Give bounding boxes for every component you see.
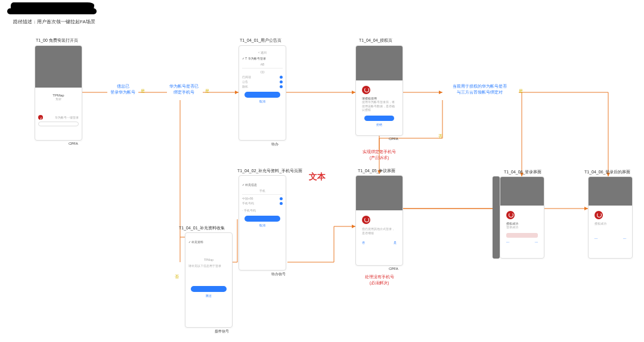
- screen-t1-04-04: 请授权使用 使用华为帐号登录后，将使用该帐号数据，是否确认授权 拒绝: [355, 45, 403, 136]
- check-icon-2: [280, 80, 283, 83]
- alt-login-button[interactable]: [38, 122, 79, 126]
- yes-btn[interactable]: 是: [394, 241, 397, 244]
- text-marker: 文本: [309, 172, 326, 182]
- screen-t1-04-05: 您已使用其他方式登录，是否继续 否 是: [355, 175, 403, 266]
- screen-t1-04-06: 授权成功 登录成功 ⋯ ⋯: [500, 176, 544, 259]
- auth-body: 使用华为帐号登录后，将使用该帐号数据，是否确认授权: [362, 100, 397, 112]
- caption-t1-00: CPFA: [69, 142, 78, 145]
- line-ab: AB: [242, 63, 283, 66]
- opt-phone: 手机号码: [242, 201, 254, 205]
- line-cd: CD: [242, 70, 283, 74]
- cancel-link-2[interactable]: 取消: [242, 223, 283, 227]
- huawei-icon: [362, 216, 370, 224]
- label-t1-04-06b: T1_04_06_登录后的界面: [584, 169, 630, 175]
- label-t1-00: T1_00 免费安装打开页: [36, 38, 78, 43]
- question-q3: 当前用于授权的华为帐号是否 与三方云首领帐号绑定对: [444, 83, 515, 95]
- check-icon: [280, 76, 283, 79]
- label-t1-04-04: T1_04_04_授权页: [359, 38, 392, 43]
- radio-icon-2: [280, 202, 283, 205]
- opt-b2[interactable]: ⋯: [623, 237, 626, 240]
- caption-t1-04-02: 待办信号: [271, 272, 286, 277]
- authorize-button[interactable]: [364, 116, 394, 121]
- caption-t1-04-04: CPFA: [389, 137, 398, 141]
- path-description: 路径描述：用户首次领一键拉起FA场景: [13, 18, 95, 25]
- q3-yes: 是: [519, 88, 523, 94]
- note1: 已阅读: [242, 75, 251, 79]
- caption-t1-04-01b: 授件信号: [215, 329, 229, 334]
- hw-login-text: 华为帐号一键登录: [55, 116, 79, 119]
- label-t1-04-01: T1_04_01_用户公告页: [240, 38, 281, 43]
- opt-country: 中国+86: [242, 197, 253, 200]
- huawei-icon: [506, 211, 515, 219]
- q1-yes: 是: [141, 88, 145, 94]
- huawei-icon: [38, 115, 43, 120]
- label-t1-04-05: T1_04_05_争议界面: [358, 168, 395, 174]
- phone-line: 手机: [242, 189, 283, 192]
- status-bar: [506, 233, 538, 238]
- opt-b[interactable]: ⋯: [535, 240, 538, 244]
- login-body-2: 授权成功: [595, 222, 626, 226]
- cancel-link[interactable]: 取消: [242, 100, 283, 103]
- opt-a2[interactable]: ⋯: [595, 237, 597, 240]
- q2-no: 否: [175, 274, 179, 280]
- label-t1-04-02: T1_04_02_补充号资料_手机号页面: [237, 168, 302, 174]
- dispute-body: 您已使用其他方式登录，是否继续: [362, 227, 397, 235]
- flow-connectors: [0, 0, 644, 342]
- no-btn[interactable]: 否: [362, 241, 365, 244]
- skip-link[interactable]: 跳过: [188, 294, 229, 297]
- screen-t1-04-02: ✓ 补充信息 手机 中国+86 手机号码 · 手机号码 取消: [239, 175, 286, 271]
- screen-t1-04-06b: 授权成功 ⋯ ⋯: [588, 176, 633, 259]
- redaction-scribble-2: [7, 8, 97, 14]
- opt-a[interactable]: ⋯: [506, 240, 509, 244]
- app-sub: 免密: [38, 97, 79, 101]
- question-q1: 信息已 登录华为帐号: [107, 83, 138, 95]
- huawei-icon: [595, 211, 603, 219]
- screen-t1-00: TPMap 免密 华为帐号一键登录: [35, 45, 82, 141]
- question-q2: 华为帐号是否已 绑定手机号: [165, 83, 203, 95]
- confirm-button[interactable]: [244, 216, 280, 222]
- q3-no: 否: [438, 133, 442, 139]
- note-bind-phone: 实现绑定老手机号 (产品诉求): [355, 149, 403, 161]
- label-t1-04-06: T1_04_06_登录界面: [504, 169, 541, 175]
- huawei-icon: [362, 86, 370, 94]
- caption-t1-04-01: 待办: [271, 142, 278, 147]
- rail-left: [493, 176, 500, 259]
- note3: 隐私: [242, 85, 248, 88]
- login-body: 登录成功: [506, 225, 538, 229]
- caption-t1-04-05: CPFA: [389, 267, 398, 271]
- note-no-phone: 处理没有手机号 (必须解决): [355, 274, 403, 286]
- radio-icon: [280, 197, 283, 200]
- svg-marker-23: [439, 91, 442, 94]
- check-icon-3: [280, 85, 283, 88]
- screen-t1-04-01b: ✓ 补充资料 TPMap 请补充以下信息用于登录 跳过: [185, 232, 233, 328]
- agree-button[interactable]: [244, 92, 280, 98]
- label-t1-04-01b: T1_04_01_补充资料收集: [179, 225, 225, 231]
- sect-title: T 华为帐号登录: [245, 57, 265, 60]
- deny-link[interactable]: 拒绝: [362, 123, 397, 126]
- q2-yes: 是: [205, 88, 209, 94]
- sect2: 补充信息: [245, 183, 257, 186]
- submit-button[interactable]: [191, 286, 227, 292]
- note2: 公告: [242, 80, 248, 83]
- screen-t1-04-01: < 返回 ✓ T 华为帐号登录 AB CD 已阅读 公告 隐私 取消: [239, 45, 286, 141]
